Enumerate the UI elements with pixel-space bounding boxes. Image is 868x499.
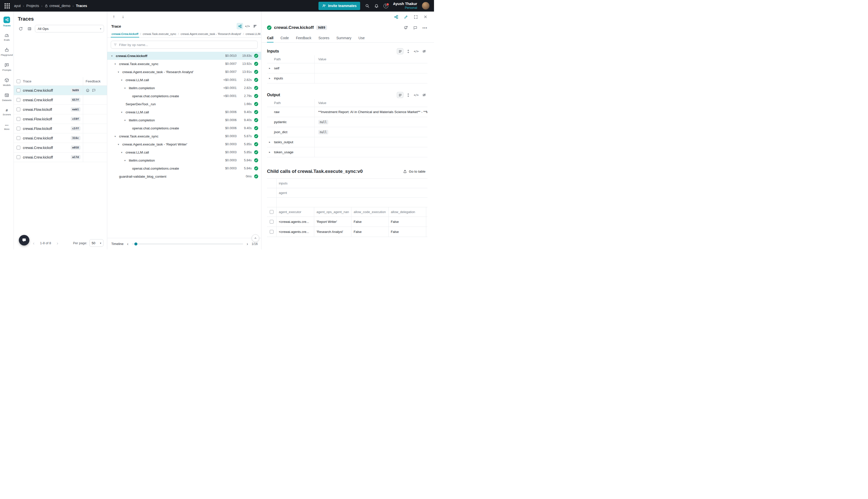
child-table-row[interactable]: <crewai.agents.cre...'Report Writer'Fals…	[267, 217, 427, 227]
search-icon[interactable]	[365, 3, 370, 8]
chevron-right-icon[interactable]: ▸	[269, 150, 274, 154]
rail-item-prompts[interactable]: Prompts	[0, 59, 14, 74]
page-next-icon[interactable]: ›	[57, 241, 58, 245]
go-to-table-button[interactable]: Go to table	[401, 168, 427, 175]
add-reaction-icon[interactable]	[404, 25, 408, 30]
call-tree-row[interactable]: ▾ crewai.Crew.kickoff $0.0010 19.83s	[107, 52, 261, 60]
call-tree-row[interactable]: ▾ crewai.LLM.call $0.0006 9.40s	[107, 108, 261, 116]
kv-row[interactable]: pydantic null	[267, 117, 427, 127]
rail-item-evals[interactable]: Evals	[0, 29, 14, 44]
chevron-right-icon[interactable]: ▸	[269, 141, 274, 144]
call-tree-row[interactable]: ▾ litellm.completion $0.0003 5.84s	[107, 156, 261, 164]
call-tree-row[interactable]: ▾ crewai.Agent.execute_task - 'Research …	[107, 68, 261, 76]
chat-launcher[interactable]	[19, 235, 29, 245]
reaction-smiley-icon[interactable]	[86, 88, 90, 93]
chevron-right-icon[interactable]: ▸	[269, 66, 274, 70]
kv-row[interactable]: ▸ self	[267, 63, 427, 73]
op-filter-input[interactable]	[119, 43, 255, 47]
trace-list-row[interactable]: crewai.Crew.kickoff 657f	[14, 95, 107, 105]
path-tab[interactable]: crewai.Crew.kickoff	[111, 30, 139, 37]
kv-row[interactable]: ▸ tasks_output	[267, 137, 427, 147]
close-icon[interactable]	[423, 15, 427, 19]
row-checkbox[interactable]	[16, 88, 20, 92]
notifications-bell-icon[interactable]	[374, 3, 379, 8]
rail-item-datasets[interactable]: Datasets	[0, 89, 14, 105]
chevron-down-icon[interactable]: ▾	[121, 111, 126, 113]
overflow-menu-icon[interactable]: •••	[422, 26, 427, 29]
prev-call-arrow-icon[interactable]: ↑	[113, 14, 115, 19]
row-checkbox[interactable]	[270, 220, 273, 223]
next-call-arrow-icon[interactable]: ↓	[122, 14, 124, 19]
collapse-timeline-button[interactable]	[252, 234, 259, 242]
chevron-down-icon[interactable]: ▾	[121, 151, 126, 154]
rail-item-more[interactable]: ••• More	[0, 120, 14, 135]
chevron-down-icon[interactable]: ▾	[114, 135, 119, 138]
row-checkbox[interactable]	[16, 155, 20, 159]
chevron-down-icon[interactable]: ▾	[124, 87, 129, 89]
call-tree-row[interactable]: ▾ crewai.Agent.execute_task - 'Report Wr…	[107, 140, 261, 148]
tab-scores[interactable]: Scores	[319, 33, 330, 42]
trace-list-row[interactable]: crewai.Crew.kickoff 9d89	[14, 86, 107, 95]
timeline-slider-knob[interactable]	[134, 242, 137, 245]
breadcrumb-project[interactable]: crewai_demo	[45, 4, 70, 8]
tab-code[interactable]: Code	[281, 33, 289, 42]
tab-feedback[interactable]: Feedback	[296, 33, 311, 42]
chevron-down-icon[interactable]: ▾	[124, 159, 129, 162]
fullscreen-expand-icon[interactable]	[414, 15, 418, 19]
kv-row[interactable]: ▸ token_usage	[267, 147, 427, 157]
chevron-down-icon[interactable]: ▾	[114, 63, 119, 65]
per-page-select[interactable]: 50 ▾	[89, 239, 103, 247]
avatar[interactable]	[422, 2, 430, 10]
call-tree-row[interactable]: openai.chat.completions.create <$0.0001 …	[107, 92, 261, 100]
rail-item-scorers[interactable]: # Scorers	[0, 105, 14, 120]
page-prev-icon[interactable]: ‹	[33, 241, 34, 245]
code-view-icon[interactable]: </>	[413, 92, 419, 98]
row-checkbox[interactable]	[16, 126, 20, 130]
chevron-down-icon[interactable]: ▾	[118, 71, 122, 73]
chevron-right-icon[interactable]: ▸	[269, 77, 274, 80]
call-tree-row[interactable]: ▾ crewai.LLM.call $0.0003 5.85s	[107, 148, 261, 156]
trace-list-row[interactable]: crewai.Crew.kickoff 316c	[14, 133, 107, 143]
child-table-row[interactable]: <crewai.agents.cre...'Research Analyst'F…	[267, 227, 427, 237]
trace-list-row[interactable]: crewai.Crew.kickoff e058	[14, 143, 107, 153]
pretty-view-icon[interactable]	[397, 92, 404, 98]
hide-values-eye-icon[interactable]	[421, 92, 427, 98]
row-checkbox[interactable]	[270, 210, 273, 214]
call-tree-row[interactable]: ▾ crewai.Task.execute_sync $0.0003 5.87s	[107, 132, 261, 140]
row-checkbox[interactable]	[16, 98, 20, 102]
call-tree-row[interactable]: ▾ crewai.LLM.call <$0.0001 2.82s	[107, 76, 261, 84]
path-tab[interactable]: crewai.Agent.execute_task - 'Research An…	[180, 30, 242, 37]
kv-row[interactable]: raw **Investment Report: AI in Chemical …	[267, 107, 427, 117]
select-all-checkbox[interactable]	[16, 80, 20, 83]
chevron-down-icon[interactable]: ▾	[121, 78, 126, 82]
help-icon[interactable]: ?	[384, 3, 388, 8]
path-tab[interactable]: crewai.Task.execute_sync	[142, 30, 177, 37]
rail-item-models[interactable]: Models	[0, 74, 14, 89]
column-settings-button[interactable]	[26, 25, 33, 32]
row-checkbox[interactable]	[16, 136, 20, 140]
call-tree-row[interactable]: openai.chat.completions.create $0.0003 5…	[107, 164, 261, 172]
pretty-view-icon[interactable]	[397, 48, 404, 54]
chevron-down-icon[interactable]: ▾	[124, 119, 129, 122]
call-tree-row[interactable]: SerperDevTool._run 1.66s	[107, 100, 261, 108]
chevron-down-icon[interactable]: ▾	[118, 143, 122, 146]
row-checkbox[interactable]	[16, 117, 20, 121]
flamegraph-view-toggle[interactable]	[252, 23, 258, 29]
kv-row[interactable]: json_dict null	[267, 127, 427, 137]
refresh-button[interactable]	[17, 25, 24, 32]
call-tree-row[interactable]: ▾ litellm.completion <$0.0001 2.82s	[107, 84, 261, 92]
row-checkbox[interactable]	[270, 230, 273, 234]
timeline-next-icon[interactable]: ›	[247, 242, 248, 246]
row-checkbox[interactable]	[16, 108, 20, 111]
comment-icon[interactable]	[92, 88, 96, 93]
rail-item-traces[interactable]: Traces	[0, 14, 14, 29]
ops-filter-select[interactable]: All Ops ▾	[35, 25, 104, 33]
wandb-logo[interactable]	[0, 3, 14, 9]
show-trace-tree-icon[interactable]	[394, 15, 398, 19]
timeline-slider[interactable]	[132, 243, 243, 244]
tree-view-toggle[interactable]	[237, 23, 243, 29]
code-view-toggle[interactable]: </>	[244, 23, 251, 29]
expand-all-icon[interactable]	[405, 48, 411, 54]
timeline-prev-icon[interactable]: ‹	[127, 242, 128, 246]
hide-values-eye-icon[interactable]	[421, 48, 427, 54]
